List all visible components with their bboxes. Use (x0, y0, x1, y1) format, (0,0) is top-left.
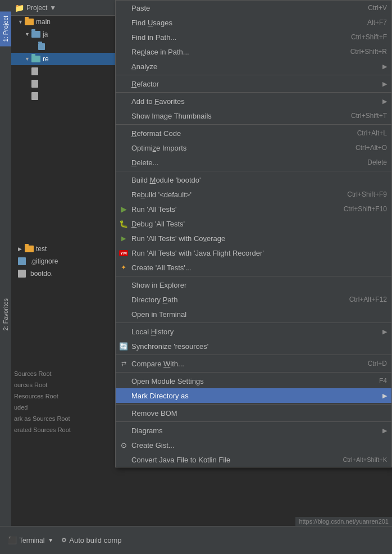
rebuild-label: Rebuild '<default>' (131, 190, 192, 199)
sep-4 (116, 171, 391, 171)
label-resources-root: Resources Root (0, 390, 115, 402)
menu-item-refactor[interactable]: Refactor ▶ (116, 76, 391, 91)
bottom-bar: ⬛ Terminal ▼ ⚙ Auto build comp (0, 526, 392, 554)
sync-icon: 🔄 (119, 342, 128, 351)
menu-item-synchronize[interactable]: 🔄 Synchronize 'resources' (116, 339, 391, 353)
tree-item-main[interactable]: ▼ main (11, 16, 115, 28)
analyze-label: Analyze (131, 62, 157, 71)
menu-item-create-tests[interactable]: ✦ Create 'All Tests'... (116, 260, 391, 275)
show-thumbnails-label: Show Image Thumbnails (131, 112, 212, 120)
replace-in-path-label: Replace in Path... (131, 48, 189, 56)
local-history-arrow: ▶ (382, 328, 387, 335)
folder-icon-re (31, 56, 40, 62)
sep-7 (116, 355, 391, 355)
menu-item-find-usages[interactable]: Find Usages Alt+F7 (116, 15, 391, 30)
menu-item-reformat[interactable]: Reformat Code Ctrl+Alt+L (116, 126, 391, 140)
tree-item-file3[interactable] (11, 78, 115, 90)
run-icon: ▶ (119, 205, 128, 214)
menu-item-find-in-path[interactable]: Find in Path... Ctrl+Shift+F (116, 30, 391, 44)
tree-item-re[interactable]: ▼ re (11, 53, 115, 65)
arrow-main: ▼ (18, 19, 24, 25)
terminal-arrow: ▼ (48, 537, 53, 543)
run-tests-label: Run 'All Tests' (131, 205, 177, 214)
menu-item-debug-tests[interactable]: 🐛 Debug 'All Tests' (116, 216, 391, 231)
sep-9 (116, 404, 391, 405)
project-sidebar: 1: Project (0, 0, 11, 554)
debug-label: Debug 'All Tests' (131, 220, 185, 228)
sep-5 (116, 276, 391, 276)
sep-1 (116, 75, 391, 75)
terminal-button[interactable]: ⬛ Terminal ▼ (4, 535, 57, 546)
reformat-shortcut: Ctrl+Alt+L (357, 129, 387, 137)
menu-item-replace-in-path[interactable]: Replace in Path... Ctrl+Shift+R (116, 44, 391, 59)
refactor-arrow: ▶ (382, 80, 387, 88)
open-module-label: Open Module Settings (131, 377, 204, 385)
menu-item-show-explorer[interactable]: Show in Explorer (116, 278, 391, 292)
synchronize-label: Synchronize 'resources' (131, 342, 208, 351)
menu-item-delete[interactable]: Delete... Delete (116, 155, 391, 170)
file-icon-2 (31, 67, 38, 75)
tree-item-file1[interactable]: ▶ (11, 40, 115, 53)
tree-item-label-re: re (43, 55, 49, 63)
menu-item-run-coverage[interactable]: ▶ Run 'All Tests' with Coverage (116, 231, 391, 246)
menu-item-add-favorites[interactable]: Add to Favorites ▶ (116, 94, 391, 108)
favorites-tab[interactable]: 2: Favorites (0, 294, 11, 335)
tree-item-test[interactable]: ▶ test (11, 243, 115, 255)
menu-item-remove-bom[interactable]: Remove BOM (116, 406, 391, 420)
show-explorer-label: Show in Explorer (131, 281, 186, 289)
tree-item-label-bootdo: bootdo. (30, 270, 53, 278)
coverage-icon: ▶ (119, 234, 128, 243)
menu-item-run-tests[interactable]: ▶ Run 'All Tests' Ctrl+Shift+F10 (116, 202, 391, 216)
open-terminal-label: Open in Terminal (131, 310, 186, 319)
local-history-label: Local History (131, 328, 174, 336)
menu-item-open-terminal[interactable]: Open in Terminal (116, 307, 391, 321)
menu-item-rebuild[interactable]: Rebuild '<default>' Ctrl+Shift+F9 (116, 187, 391, 202)
label-generated-sources-root: erated Sources Root (0, 424, 115, 435)
tree-item-label-ja: ja (43, 30, 48, 38)
tree-item-bootdo[interactable]: bootdo. (11, 267, 115, 280)
debug-icon: 🐛 (119, 219, 128, 228)
diagrams-arrow: ▶ (382, 427, 387, 434)
add-favorites-label: Add to Favorites (131, 97, 185, 106)
tree-item-file2[interactable] (11, 65, 115, 78)
menu-item-open-module[interactable]: Open Module Settings F4 (116, 374, 391, 388)
create-tests-label: Create 'All Tests'... (131, 264, 192, 272)
mark-directory-label: Mark Directory as (131, 392, 189, 400)
menu-item-show-thumbnails[interactable]: Show Image Thumbnails Ctrl+Shift+T (116, 108, 391, 123)
menu-item-run-java-flight[interactable]: YM Run 'All Tests' with 'Java Flight Rec… (116, 246, 391, 260)
menu-item-local-history[interactable]: Local History ▶ (116, 324, 391, 339)
file-icon-gitignore (18, 257, 26, 265)
tree-item-gitignore[interactable]: .gitignore (11, 255, 115, 267)
menu-item-convert-java[interactable]: Convert Java File to Kotlin File Ctrl+Al… (116, 452, 391, 467)
url-bar: https://blog.csdn.net/yuanren201 (295, 517, 392, 526)
directory-path-shortcut: Ctrl+Alt+F12 (349, 296, 387, 303)
project-tab[interactable]: 1: Project (0, 11, 11, 46)
menu-item-diagrams[interactable]: Diagrams ▶ (116, 423, 391, 438)
menu-item-mark-directory[interactable]: Mark Directory as ▶ (116, 388, 391, 403)
label-ources-root: ources Root (0, 379, 115, 390)
file-icon-bootdo (18, 270, 26, 278)
menu-item-compare[interactable]: ⇄ Compare With... Ctrl+D (116, 356, 391, 371)
delete-shortcut: Delete (367, 158, 387, 166)
delete-label: Delete... (131, 158, 158, 167)
favorites-arrow: ▶ (382, 98, 387, 105)
auto-build-label: Auto build comp (69, 536, 121, 544)
analyze-arrow: ▶ (382, 63, 387, 70)
tree-header-title: Project (26, 4, 47, 12)
tree-item-file4[interactable] (11, 90, 115, 102)
menu-item-optimize-imports[interactable]: Optimize Imports Ctrl+Alt+O (116, 140, 391, 155)
tree-item-label-gitignore: .gitignore (30, 257, 58, 265)
tree-item-ja[interactable]: ▼ ja (11, 28, 115, 40)
find-in-path-label: Find in Path... (131, 33, 176, 42)
file-icon-3 (31, 80, 38, 88)
menu-item-create-gist[interactable]: ⊙ Create Gist... (116, 438, 391, 452)
favorites-sidebar: 2: Favorites (0, 281, 11, 348)
find-usages-label: Find Usages (131, 19, 172, 27)
context-menu: Paste Ctrl+V Find Usages Alt+F7 Find in … (115, 0, 392, 467)
menu-item-directory-path[interactable]: Directory Path Ctrl+Alt+F12 (116, 292, 391, 307)
menu-item-paste[interactable]: Paste Ctrl+V (116, 1, 391, 15)
menu-item-analyze[interactable]: Analyze ▶ (116, 59, 391, 74)
sep-6 (116, 323, 391, 323)
menu-item-build-module[interactable]: Build Module 'bootdo' (116, 172, 391, 187)
label-uded: uded (0, 402, 115, 413)
